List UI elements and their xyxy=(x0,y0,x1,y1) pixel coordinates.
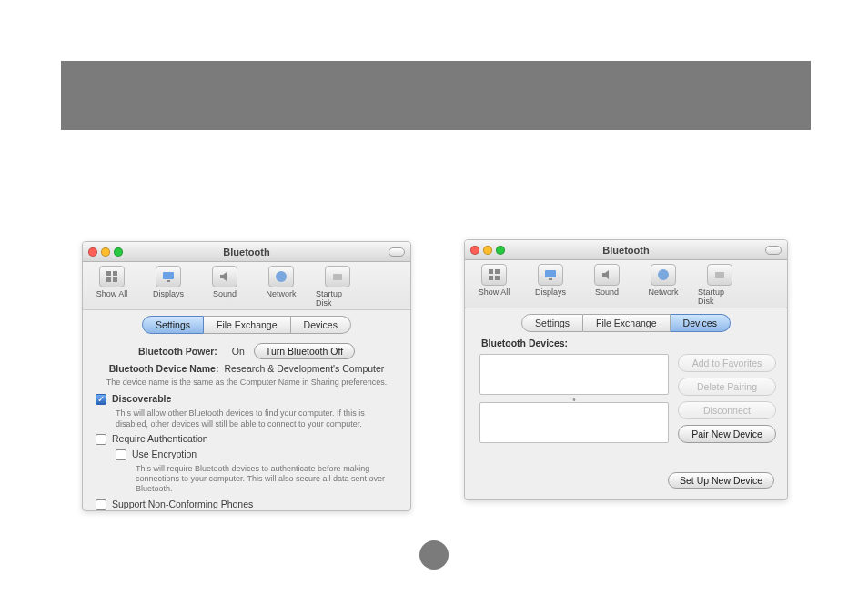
svg-rect-8 xyxy=(333,274,342,280)
tab-file-exchange[interactable]: File Exchange xyxy=(204,316,291,334)
bluetooth-devices-window: Bluetooth Show All Displays Sound Networ… xyxy=(464,239,788,500)
toolbar-network[interactable]: Network xyxy=(259,266,303,308)
bt-power-value: On xyxy=(232,346,245,357)
turn-bluetooth-off-button[interactable]: Turn Bluetooth Off xyxy=(254,343,355,359)
window-title: Bluetooth xyxy=(83,247,410,257)
discoverable-hint: This will allow other Bluetooth devices … xyxy=(116,408,398,429)
toolbar-toggle-pill[interactable] xyxy=(389,247,405,257)
device-details-box[interactable] xyxy=(479,402,669,443)
svg-point-7 xyxy=(276,271,287,282)
tab-settings[interactable]: Settings xyxy=(521,314,583,332)
devices-area: • Add to Favorites Delete Pairing Discon… xyxy=(465,350,787,452)
doc-banner xyxy=(61,61,811,130)
network-icon xyxy=(651,264,676,286)
close-window-button[interactable] xyxy=(470,246,479,255)
toolbar-startup-disk[interactable]: Startup Disk xyxy=(698,264,742,306)
settings-content: Bluetooth Power: On Turn Bluetooth Off B… xyxy=(83,338,410,511)
toolbar-network[interactable]: Network xyxy=(641,264,685,306)
svg-rect-14 xyxy=(549,278,552,280)
svg-rect-12 xyxy=(495,276,500,280)
minimize-window-button[interactable] xyxy=(101,247,110,257)
toolbar-sound[interactable]: Sound xyxy=(203,266,247,308)
page-number-badge xyxy=(419,540,449,570)
window-titlebar[interactable]: Bluetooth xyxy=(465,240,787,260)
prefs-toolbar: Show All Displays Sound Network Startup … xyxy=(83,262,410,310)
bluetooth-devices-label: Bluetooth Devices: xyxy=(465,336,787,350)
svg-rect-4 xyxy=(163,272,174,279)
svg-rect-9 xyxy=(489,269,493,274)
use-encryption-hint: This will require Bluetooth devices to a… xyxy=(136,464,398,495)
toolbar-sound[interactable]: Sound xyxy=(585,264,629,306)
device-name-hint: The device name is the same as the Compu… xyxy=(106,378,388,388)
require-auth-checkbox[interactable] xyxy=(96,434,106,445)
window-traffic-lights[interactable] xyxy=(88,247,123,257)
svg-rect-11 xyxy=(489,276,493,280)
tab-devices[interactable]: Devices xyxy=(671,314,731,332)
discoverable-label: Discoverable xyxy=(112,393,171,404)
svg-rect-3 xyxy=(113,277,117,282)
svg-rect-10 xyxy=(495,269,500,274)
toolbar-label: Show All xyxy=(96,289,128,298)
toolbar-show-all[interactable]: Show All xyxy=(472,264,516,306)
startup-disk-icon xyxy=(707,264,732,286)
minimize-window-button[interactable] xyxy=(483,246,492,255)
toolbar-startup-disk[interactable]: Startup Disk xyxy=(316,266,359,308)
toolbar-label: Startup Disk xyxy=(316,289,359,308)
window-traffic-lights[interactable] xyxy=(470,246,505,255)
sound-icon xyxy=(212,266,237,287)
zoom-window-button[interactable] xyxy=(496,246,505,255)
toolbar-label: Network xyxy=(266,289,296,298)
svg-rect-0 xyxy=(106,271,111,276)
set-up-new-device-button[interactable]: Set Up New Device xyxy=(668,472,774,489)
use-encryption-label: Use Encryption xyxy=(132,449,197,459)
support-phones-label: Support Non-Conforming Phones xyxy=(112,499,253,509)
close-window-button[interactable] xyxy=(88,247,97,257)
toolbar-label: Displays xyxy=(153,289,184,298)
displays-icon xyxy=(538,264,563,286)
toolbar-label: Displays xyxy=(535,287,566,297)
paired-devices-list[interactable] xyxy=(479,354,669,395)
bt-power-label: Bluetooth Power: xyxy=(138,346,217,357)
startup-disk-icon xyxy=(325,266,350,287)
bluetooth-settings-window: Bluetooth Show All Displays Sound Networ… xyxy=(82,241,411,511)
split-handle-icon[interactable]: • xyxy=(479,395,669,402)
toolbar-label: Startup Disk xyxy=(698,287,742,306)
toolbar-toggle-pill[interactable] xyxy=(765,246,782,255)
svg-marker-6 xyxy=(220,272,227,281)
use-encryption-checkbox[interactable] xyxy=(116,449,126,460)
toolbar-label: Show All xyxy=(479,287,510,297)
add-to-favorites-button: Add to Favorites xyxy=(678,354,776,372)
svg-rect-5 xyxy=(167,280,170,282)
svg-marker-15 xyxy=(602,270,609,279)
pair-new-device-button[interactable]: Pair New Device xyxy=(678,425,776,443)
svg-rect-17 xyxy=(715,272,724,278)
tabs-row: Settings File Exchange Devices xyxy=(465,308,787,336)
toolbar-displays[interactable]: Displays xyxy=(146,266,190,308)
svg-rect-1 xyxy=(113,271,117,276)
support-phones-checkbox[interactable] xyxy=(96,499,106,510)
toolbar-label: Network xyxy=(648,287,678,297)
prefs-toolbar: Show All Displays Sound Network Startup … xyxy=(465,260,787,308)
tab-file-exchange[interactable]: File Exchange xyxy=(583,314,671,332)
show-all-icon xyxy=(99,266,125,287)
toolbar-label: Sound xyxy=(213,289,237,298)
require-auth-label: Require Authentication xyxy=(112,433,208,444)
toolbar-label: Sound xyxy=(595,287,619,297)
tabs-row: Settings File Exchange Devices xyxy=(83,310,410,338)
svg-rect-2 xyxy=(106,277,111,282)
toolbar-show-all[interactable]: Show All xyxy=(90,266,134,308)
device-action-buttons: Add to Favorites Delete Pairing Disconne… xyxy=(678,354,776,443)
delete-pairing-button: Delete Pairing xyxy=(678,378,776,396)
bt-device-name-label: Bluetooth Device Name: xyxy=(109,363,219,374)
tab-devices[interactable]: Devices xyxy=(291,316,351,334)
displays-icon xyxy=(156,266,181,287)
svg-rect-13 xyxy=(545,270,556,277)
tab-settings[interactable]: Settings xyxy=(142,316,204,334)
zoom-window-button[interactable] xyxy=(114,247,123,257)
disconnect-button: Disconnect xyxy=(678,401,776,419)
window-titlebar[interactable]: Bluetooth xyxy=(83,242,410,262)
toolbar-displays[interactable]: Displays xyxy=(529,264,572,306)
discoverable-checkbox[interactable] xyxy=(96,394,106,405)
bt-device-name-value: Research & Development's Computer xyxy=(224,363,384,374)
window-title: Bluetooth xyxy=(465,245,787,256)
